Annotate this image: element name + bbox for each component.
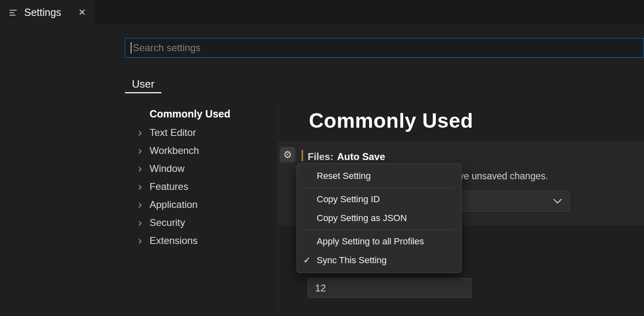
font-size-field [308,278,472,298]
chevron-right-icon: › [138,235,150,246]
modified-indicator [302,150,303,161]
chevron-right-icon: › [138,127,150,138]
chevron-down-icon [553,199,562,204]
search-input[interactable] [132,42,644,54]
search-settings-box [125,38,644,58]
toc-item-security[interactable]: › Security [138,217,185,229]
toc-item-extensions[interactable]: › Extensions [138,235,197,247]
setting-category: Files: [308,151,333,163]
chevron-right-icon: › [138,145,150,156]
menu-item-sync-this-setting[interactable]: ✓ Sync This Setting [297,251,461,270]
toc-item-commonly-used[interactable]: Commonly Used [150,108,230,120]
check-icon: ✓ [303,255,311,266]
gear-icon: ⚙ [283,150,292,160]
section-heading: Commonly Used [309,109,473,133]
setting-name: Auto Save [337,151,385,163]
menu-item-apply-setting-to-all-profiles[interactable]: Apply Setting to all Profiles [297,232,461,251]
setting-title: Files: Auto Save [308,151,385,163]
setting-context-menu: Reset Setting Copy Setting ID Copy Setti… [297,163,462,273]
settings-tab[interactable]: Settings ✕ [0,0,95,25]
menu-separator [305,187,453,188]
toc-item-features[interactable]: › Features [138,181,188,193]
scope-tab-underline [125,92,161,93]
setting-gear-button[interactable]: ⚙ [280,147,295,163]
chevron-right-icon: › [138,163,150,174]
settings-editor-icon [8,8,18,18]
toc-item-window[interactable]: › Window [138,163,184,175]
toc-item-application[interactable]: › Application [138,199,197,211]
menu-item-copy-setting-id[interactable]: Copy Setting ID [297,190,461,209]
menu-item-reset-setting[interactable]: Reset Setting [297,167,461,185]
editor-tab-bar: Settings ✕ [0,0,644,25]
toc-item-text-editor[interactable]: › Text Editor [138,126,196,139]
toc-item-workbench[interactable]: › Workbench [138,144,199,157]
chevron-right-icon: › [138,199,150,210]
tab-close-icon[interactable]: ✕ [78,8,86,17]
chevron-right-icon: › [138,181,150,192]
menu-item-copy-setting-as-json[interactable]: Copy Setting as JSON [297,209,461,228]
scope-tab-user[interactable]: User [125,74,161,93]
settings-editor-window: Settings ✕ User Commonly Used › Text Edi… [0,0,644,316]
menu-separator [305,230,453,230]
tab-title: Settings [24,7,61,18]
chevron-right-icon: › [138,217,150,228]
font-size-input[interactable] [308,282,471,294]
scope-tab-label: User [132,78,154,90]
